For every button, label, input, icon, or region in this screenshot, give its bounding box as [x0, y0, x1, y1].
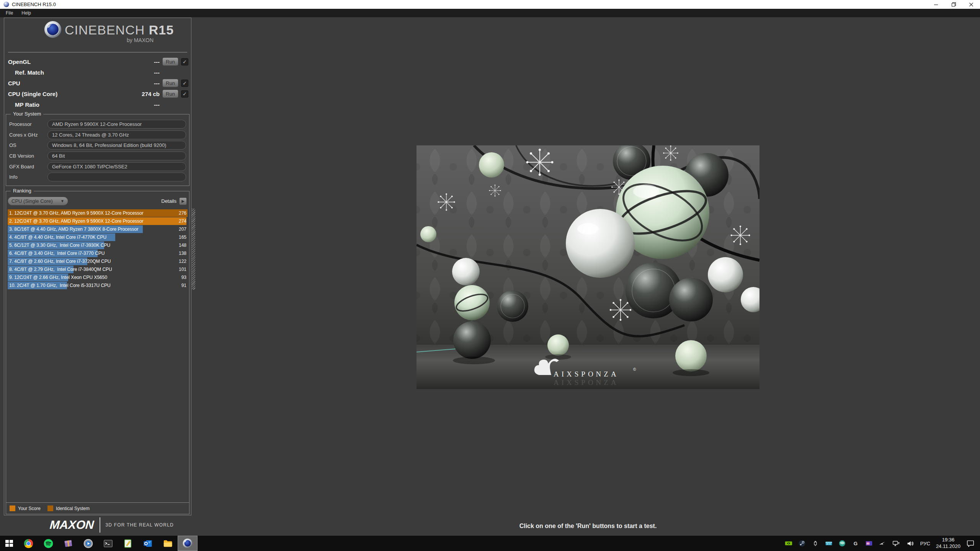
system-field-value[interactable] [47, 173, 186, 181]
system-field-value[interactable]: 64 Bit [47, 152, 186, 160]
ranking-row[interactable]: 7. 4C/8T @ 2.60 GHz, Intel Core i7-3720Q… [8, 258, 188, 265]
system-field-row: CB Version64 Bit [6, 151, 189, 161]
taskbar-cinebench-button[interactable] [178, 536, 198, 551]
benchmark-checkbox[interactable]: ✓ [181, 58, 188, 65]
benchmark-label: Ref. Match [8, 69, 44, 76]
system-field-label: Cores x GHz [9, 132, 47, 138]
ranking-title: Ranking [11, 188, 34, 194]
watermark-text: AIXSPONZA [554, 370, 619, 378]
taskbar: G 60 РУС 19:36 24.11.2020 [0, 536, 980, 551]
window-controls [927, 0, 980, 9]
svg-text:G: G [854, 541, 858, 546]
logitech-g-icon[interactable]: G [852, 540, 859, 547]
logo-version: R15 [149, 23, 174, 37]
action-center-icon[interactable] [966, 539, 975, 548]
system-field-row: OSWindows 8, 64 Bit, Professional Editio… [6, 140, 189, 151]
system-field-value[interactable]: Windows 8, 64 Bit, Professional Edition … [47, 141, 186, 150]
globe-icon[interactable] [838, 540, 846, 547]
benchmark-row: OpenGL---Run✓ [4, 56, 191, 67]
volume-icon[interactable] [906, 539, 915, 548]
legend-swatch [47, 505, 53, 511]
ranking-row[interactable]: 5. 6C/12T @ 3.30 GHz, Intel Core i7-3930… [8, 241, 188, 249]
benchmark-row: CPU---Run✓ [4, 78, 191, 88]
legend-label: Your Score [18, 506, 41, 511]
system-field-value[interactable]: 12 Cores, 24 Threads @ 3.70 GHz [47, 130, 186, 139]
ranking-score: 93 [181, 274, 186, 281]
windows-logo-icon [5, 539, 14, 548]
ranking-score: 91 [181, 282, 186, 289]
benchmark-checkbox[interactable]: ✓ [181, 80, 188, 87]
taskbar-file-explorer-button[interactable] [158, 536, 178, 551]
usb-icon[interactable] [812, 540, 819, 547]
start-button[interactable] [0, 536, 18, 551]
menu-help[interactable]: Help [17, 10, 35, 16]
logo-separator [8, 52, 187, 52]
taskbar-notepad-plus-plus-button[interactable] [118, 536, 138, 551]
ranking-row[interactable]: 6. 4C/8T @ 3.40 GHz, Intel Core i7-3770 … [8, 249, 188, 257]
ranking-label: 5. 6C/12T @ 3.30 GHz, Intel Core i7-3930… [9, 241, 110, 249]
ranking-legend: Your ScoreIdentical System [6, 502, 189, 514]
ranking-row[interactable]: 2. 12C/24T @ 3.70 GHz, AMD Ryzen 9 5900X… [8, 217, 188, 225]
taskbar-media-player-button[interactable] [78, 536, 98, 551]
minimize-button[interactable] [927, 0, 945, 9]
taskbar-spotify-button[interactable] [38, 536, 58, 551]
ranking-row[interactable]: 3. 8C/16T @ 4.40 GHz, AMD Ryzen 7 3800X … [8, 225, 188, 233]
taskbar-outlook-button[interactable] [138, 536, 158, 551]
network-icon[interactable] [892, 539, 900, 548]
ranking-row[interactable]: 1. 12C/24T @ 3.70 GHz, AMD Ryzen 9 5900X… [8, 209, 188, 217]
details-label: Details [161, 198, 176, 204]
language-indicator[interactable]: РУС [920, 541, 930, 546]
ranking-score: 276 [179, 209, 186, 217]
system-field-row: ProcessorAMD Ryzen 9 5900X 12-Core Proce… [6, 119, 189, 130]
ranking-label: 7. 4C/8T @ 2.60 GHz, Intel Core i7-3720Q… [9, 258, 111, 265]
details-button[interactable]: ▶ [179, 197, 187, 205]
benchmark-score: 274 cb [133, 91, 160, 97]
ranking-row[interactable]: 10. 2C/4T @ 1.70 GHz, Intel Core i5-3317… [8, 282, 188, 289]
ranking-row[interactable]: 4. 4C/8T @ 4.40 GHz, Intel Core i7-4770K… [8, 233, 188, 241]
your-system-title: Your System [11, 111, 43, 117]
render-preview: AIXSPONZA © AIXSPONZA [416, 145, 760, 389]
ranking-label: 2. 12C/24T @ 3.70 GHz, AMD Ryzen 9 5900X… [9, 217, 144, 225]
run-button[interactable]: Run [162, 90, 178, 98]
legend-label: Identical System [56, 506, 90, 511]
app-icon [3, 2, 9, 7]
chrome-icon [23, 538, 34, 549]
restore-button[interactable] [945, 0, 962, 9]
taskbar-chrome-button[interactable] [18, 536, 38, 551]
close-button[interactable] [962, 0, 980, 9]
ranking-row[interactable]: 8. 4C/8T @ 2.79 GHz, Intel Core i7-3840Q… [8, 266, 188, 273]
menu-file[interactable]: File [2, 10, 17, 16]
ranking-filter-dropdown[interactable]: CPU (Single Core) ▼ [8, 197, 68, 205]
steam-icon[interactable] [798, 540, 806, 547]
system-field-value[interactable]: AMD Ryzen 9 5900X 12-Core Processor [47, 120, 186, 129]
run-button[interactable]: Run [162, 57, 178, 66]
watermark-copyright: © [633, 367, 636, 372]
blue-panel-icon[interactable] [825, 540, 833, 547]
ranking-scrollbar[interactable] [192, 209, 195, 290]
system-field-label: Processor [9, 121, 47, 127]
maxon-tagline: 3D FOR THE REAL WORLD [105, 522, 174, 528]
system-field-value[interactable]: GeForce GTX 1080 Ti/PCIe/SSE2 [47, 162, 186, 171]
ranking-score: 122 [179, 258, 186, 265]
legend-item: Identical System [47, 505, 90, 511]
ranking-label: 9. 12C/24T @ 2.66 GHz, Intel Xeon CPU X5… [9, 274, 107, 281]
system-field-label: Info [9, 174, 47, 180]
ranking-row[interactable]: 9. 12C/24T @ 2.66 GHz, Intel Xeon CPU X5… [8, 274, 188, 281]
system-field-row: Cores x GHz12 Cores, 24 Threads @ 3.70 G… [6, 130, 189, 140]
benchmark-checkbox[interactable]: ✓ [181, 90, 188, 98]
benchmark-row: MP Ratio--- [4, 99, 191, 110]
benchmark-label: OpenGL [8, 59, 31, 65]
watermark-reflection: AIXSPONZA [554, 378, 619, 386]
benchmark-label: CPU [8, 80, 20, 86]
taskbar-terminal-button[interactable] [98, 536, 118, 551]
benchmark-label: MP Ratio [8, 101, 39, 108]
jet-icon[interactable] [879, 540, 886, 547]
taskbar-clock[interactable]: 19:36 24.11.2020 [936, 537, 960, 550]
title-bar: CINEBENCH R15.0 [0, 0, 980, 9]
nvidia-icon[interactable] [785, 540, 792, 547]
legend-item: Your Score [10, 505, 41, 511]
run-button[interactable]: Run [162, 79, 178, 87]
taskbar-winrar-button[interactable] [58, 536, 78, 551]
fps-overlay-icon[interactable]: 60 [865, 540, 873, 547]
system-field-row: Info [6, 172, 189, 183]
